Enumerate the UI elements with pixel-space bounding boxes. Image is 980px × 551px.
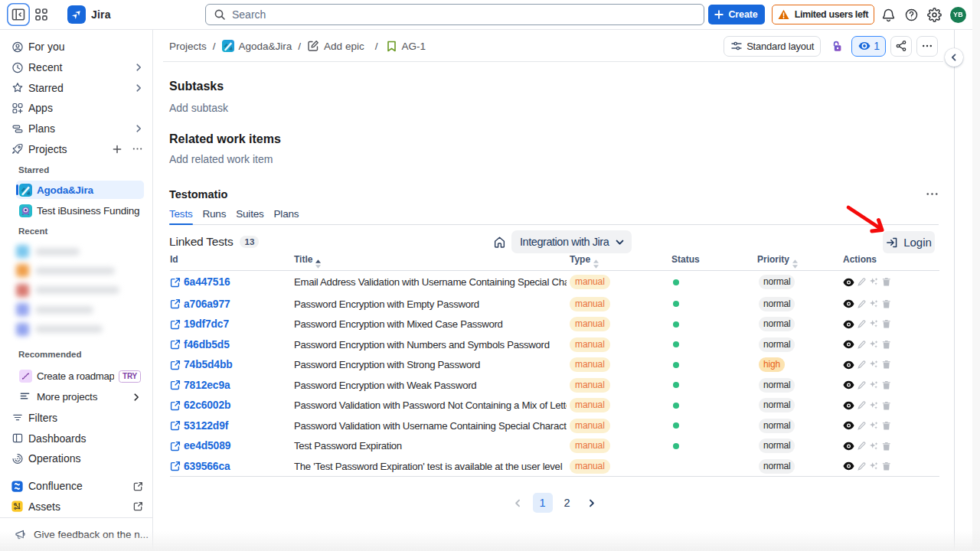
create-button[interactable]: Create: [708, 5, 764, 24]
delete-test-icon[interactable]: [882, 401, 891, 411]
add-subtask-action[interactable]: Add subtask: [169, 102, 228, 114]
edit-test-icon[interactable]: [858, 422, 866, 430]
edit-test-icon[interactable]: [858, 442, 866, 450]
ai-sparkle-icon[interactable]: [869, 299, 879, 309]
recent-project-blurred[interactable]: [16, 281, 144, 299]
view-test-icon[interactable]: [843, 401, 854, 410]
column-header-title[interactable]: Title: [294, 255, 570, 270]
view-test-icon[interactable]: [843, 360, 854, 370]
delete-test-icon[interactable]: [882, 442, 891, 452]
ai-sparkle-icon[interactable]: [869, 442, 879, 452]
edit-test-icon[interactable]: [858, 401, 866, 409]
test-id-link[interactable]: 62c6002b: [170, 399, 294, 411]
add-related-item-action[interactable]: Add related work item: [169, 153, 273, 165]
view-test-icon[interactable]: [843, 340, 854, 349]
edit-test-icon[interactable]: [858, 278, 866, 286]
testomatio-more-icon[interactable]: [926, 187, 939, 201]
ai-sparkle-icon[interactable]: [869, 380, 879, 390]
edit-test-icon[interactable]: [858, 320, 866, 328]
edit-test-icon[interactable]: [858, 300, 866, 308]
recent-project-blurred[interactable]: [16, 243, 144, 261]
settings-button[interactable]: [923, 4, 946, 25]
ai-sparkle-icon[interactable]: [869, 401, 879, 411]
standard-layout-button[interactable]: Standard layout: [724, 36, 821, 57]
column-header-type[interactable]: Type: [570, 255, 671, 270]
delete-test-icon[interactable]: [882, 461, 891, 471]
sidebar-toggle-button[interactable]: [7, 3, 30, 26]
recent-project-blurred[interactable]: [16, 320, 144, 338]
sidebar-item-starred[interactable]: Starred: [0, 77, 152, 98]
column-header-id[interactable]: Id: [170, 255, 294, 270]
breadcrumb-add-epic[interactable]: Add epic: [307, 40, 364, 52]
global-search[interactable]: [205, 4, 704, 25]
pagination-page-1[interactable]: 1: [533, 493, 553, 513]
ai-sparkle-icon[interactable]: [869, 277, 879, 287]
view-test-icon[interactable]: [843, 320, 854, 329]
ai-sparkle-icon[interactable]: [869, 319, 879, 329]
test-id-link[interactable]: 6a447516: [170, 276, 294, 288]
sidebar-item-recent[interactable]: Recent: [0, 57, 152, 78]
sidebar-item-operations[interactable]: Operations: [0, 448, 152, 469]
view-test-icon[interactable]: [843, 380, 854, 390]
column-header-status[interactable]: Status: [671, 255, 757, 270]
search-input[interactable]: [232, 8, 696, 21]
test-id-link[interactable]: 639566ca: [170, 461, 294, 472]
delete-test-icon[interactable]: [882, 319, 891, 329]
sidebar-item-assets[interactable]: Assets: [0, 497, 152, 517]
view-test-icon[interactable]: [843, 278, 854, 287]
unlock-icon[interactable]: [832, 37, 843, 54]
delete-test-icon[interactable]: [882, 299, 891, 309]
test-id-link[interactable]: 53122d9f: [170, 420, 294, 432]
login-button[interactable]: Login: [883, 231, 935, 253]
ai-sparkle-icon[interactable]: [869, 360, 879, 370]
edit-test-icon[interactable]: [858, 381, 866, 390]
delete-test-icon[interactable]: [882, 277, 891, 287]
share-button[interactable]: [890, 36, 912, 57]
edit-test-icon[interactable]: [858, 462, 866, 471]
recent-project-blurred[interactable]: [16, 262, 144, 280]
sidebar-project-test-ibusiness[interactable]: Test iBusiness Funding: [16, 201, 144, 220]
sidebar-item-filters[interactable]: Filters: [0, 407, 152, 428]
help-button[interactable]: [900, 4, 923, 25]
view-test-icon[interactable]: [843, 299, 854, 308]
breadcrumb-project[interactable]: Agoda&Jira: [222, 40, 292, 52]
test-id-link[interactable]: 74b5d4bb: [170, 359, 294, 370]
sidebar-item-dashboards[interactable]: Dashboards: [0, 428, 152, 448]
edit-test-icon[interactable]: [858, 341, 866, 349]
jira-home-link[interactable]: Jira: [67, 5, 111, 24]
pagination-next-button[interactable]: [582, 493, 602, 513]
recent-project-blurred[interactable]: [16, 301, 144, 319]
test-id-link[interactable]: 7812ec9a: [170, 380, 294, 391]
sidebar-item-more-projects[interactable]: More projects: [16, 388, 144, 406]
tab-runs[interactable]: Runs: [203, 208, 227, 224]
sidebar-item-plans[interactable]: Plans: [0, 119, 152, 139]
sidebar-item-apps[interactable]: Apps: [0, 98, 152, 119]
sidebar-item-projects[interactable]: Projects: [0, 139, 152, 159]
breadcrumb-projects[interactable]: Projects: [169, 41, 207, 52]
view-test-icon[interactable]: [843, 421, 854, 430]
delete-test-icon[interactable]: [882, 340, 891, 350]
notifications-button[interactable]: [877, 4, 900, 25]
tab-suites[interactable]: Suites: [236, 208, 263, 224]
test-id-link[interactable]: ee4d5089: [170, 440, 294, 452]
app-switcher-button[interactable]: [30, 3, 53, 26]
tab-tests[interactable]: Tests: [169, 208, 193, 224]
project-selector-dropdown[interactable]: Integration with Jira: [511, 230, 632, 253]
test-id-link[interactable]: 19df7dc7: [170, 318, 294, 330]
edit-test-icon[interactable]: [858, 360, 866, 369]
ai-sparkle-icon[interactable]: [869, 461, 879, 471]
sidebar-item-confluence[interactable]: Confluence: [0, 476, 152, 497]
limited-users-button[interactable]: Limited users left: [772, 5, 874, 24]
delete-test-icon[interactable]: [882, 380, 891, 390]
panel-collapse-button[interactable]: [945, 48, 963, 67]
ai-sparkle-icon[interactable]: [869, 421, 879, 431]
test-id-link[interactable]: a706a977: [170, 298, 294, 310]
sidebar-project-agoda-jira[interactable]: Agoda&Jira: [16, 181, 144, 199]
pagination-prev-button[interactable]: [508, 493, 528, 513]
ai-sparkle-icon[interactable]: [869, 340, 879, 350]
delete-test-icon[interactable]: [882, 360, 891, 370]
test-id-link[interactable]: f46db5d5: [170, 339, 294, 350]
user-avatar[interactable]: YB: [950, 7, 966, 23]
view-test-icon[interactable]: [843, 461, 854, 471]
sidebar-item-for-you[interactable]: For you: [0, 37, 152, 57]
